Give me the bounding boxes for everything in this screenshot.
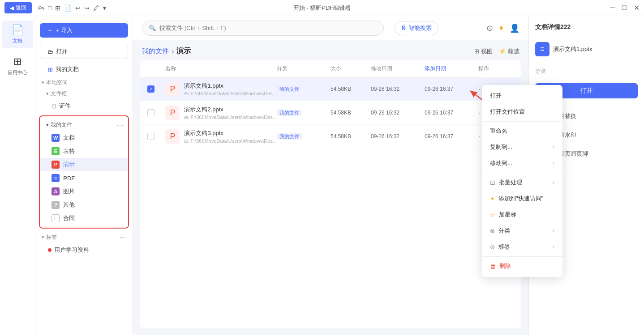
- row3-file-info: P 演示文稿3.pptx 🗁 F:\360MoveData\Users\Wind…: [165, 129, 277, 144]
- category-arrow-icon: ›: [553, 228, 554, 234]
- menu-star-label: 加星标: [499, 211, 516, 219]
- nav-my-files-image[interactable]: A 图片: [40, 185, 128, 198]
- table-row[interactable]: P 演示文稿2.pptx 🗁 F:\360MoveData\Users\Wind…: [140, 101, 521, 125]
- doc-type-icon: W: [52, 134, 60, 142]
- row1-checkbox[interactable]: ✓: [147, 85, 165, 93]
- menu-move-to[interactable]: 移动到... ›: [482, 155, 562, 171]
- panel-doc-icon: ≡: [540, 45, 544, 53]
- menu-open[interactable]: 打开: [482, 88, 562, 104]
- copy-arrow-icon: ›: [553, 144, 554, 150]
- menu-label[interactable]: ⊘ 标签 ›: [482, 239, 562, 255]
- context-menu: 打开 打开文件位置 重命名 复制到... › 移动到... › ⊡ 批量处理 ›…: [482, 85, 562, 277]
- pdf-type-icon: ≡: [52, 174, 60, 182]
- row1-tag: 我的文件: [277, 85, 331, 93]
- menu-category-label: 分类: [498, 227, 510, 235]
- menu-rename[interactable]: 重命名: [482, 123, 562, 139]
- menu-divider3: [482, 256, 562, 257]
- col-check-header: [147, 65, 165, 72]
- ai-search-label: 智能搜索: [408, 24, 432, 32]
- save-all-icon[interactable]: ⊞: [55, 4, 60, 12]
- menu-copy-to[interactable]: 复制到... ›: [482, 139, 562, 155]
- crown-icon[interactable]: ♦: [499, 23, 503, 33]
- import-button[interactable]: ＋ + 导入: [40, 23, 128, 38]
- row2-checkbox[interactable]: [147, 109, 165, 116]
- topbar: 🔍 Ñ 智能搜索 ⊙ ♦ 👤: [133, 16, 528, 40]
- nav-file-cabinet[interactable]: ▾ 文件柜: [35, 88, 133, 98]
- nav-my-files-contract[interactable]: □ 合同: [40, 212, 128, 225]
- minimize-button[interactable]: ─: [610, 4, 615, 12]
- menu-star[interactable]: ☆ 加星标: [482, 207, 562, 223]
- my-files-doc-label: 文档: [63, 134, 75, 142]
- view-button[interactable]: ⊞ 视图: [474, 47, 493, 55]
- avatar-icon[interactable]: 👤: [510, 23, 519, 33]
- category-icon: ⊛: [490, 228, 495, 234]
- breadcrumb-current: 演示: [176, 47, 191, 56]
- menu-quick-access[interactable]: ✦ 添加到"快速访问": [482, 191, 562, 207]
- maximize-button[interactable]: □: [622, 4, 627, 12]
- menu-delete[interactable]: 🗑 删除: [482, 258, 562, 274]
- table-row[interactable]: P 演示文稿3.pptx 🗁 F:\360MoveData\Users\Wind…: [140, 125, 521, 148]
- my-files-header[interactable]: ▾ 我的文件 ⋯: [40, 119, 128, 131]
- menu-quick-access-label: 添加到"快速访问": [498, 195, 543, 203]
- nav-my-files-ppt[interactable]: P 演示: [40, 158, 128, 171]
- settings-icon[interactable]: ⊙: [486, 23, 493, 33]
- nav-my-files-pdf[interactable]: ≡ PDF: [40, 171, 128, 185]
- menu-batch[interactable]: ⊡ 批量处理 ›: [482, 174, 562, 191]
- panel-section-label: 分类: [535, 68, 638, 75]
- redo-icon[interactable]: ↪: [84, 4, 90, 12]
- my-files-contract-label: 合同: [63, 214, 75, 222]
- row2-modified: 09-26 16:32: [371, 110, 425, 116]
- row2-file-info: P 演示文稿2.pptx 🗁 F:\360MoveData\Users\Wind…: [165, 106, 277, 120]
- table-header: 名称 分类 大小 修改日期 添加日期 操作: [140, 60, 521, 77]
- undo-icon[interactable]: ↩: [75, 4, 81, 12]
- table-row[interactable]: ✓ P 演示文稿1.pptx 🗁 F:\360MoveData\Users\Wi…: [140, 77, 521, 101]
- row3-added: 09-26 16:37: [425, 133, 478, 140]
- nav-my-files-sheet[interactable]: E 表格: [40, 144, 128, 158]
- back-icon: ◀: [10, 5, 14, 11]
- view-icon: ⊞: [474, 48, 479, 55]
- search-input[interactable]: [159, 25, 377, 31]
- back-button[interactable]: ◀ 返回: [4, 2, 32, 13]
- nav-my-files-doc[interactable]: W 文档: [40, 131, 128, 144]
- panel-file-name: 演示文稿1.pptx: [553, 45, 592, 53]
- save-icon[interactable]: □: [48, 4, 52, 12]
- new-icon[interactable]: 📄: [64, 4, 72, 12]
- folder-icon[interactable]: 🗁: [38, 4, 44, 12]
- nav-my-files-other[interactable]: ? 其他: [40, 198, 128, 212]
- menu-copy-label: 复制到...: [490, 143, 512, 151]
- row1-tag-badge: 我的文件: [277, 86, 302, 92]
- breadcrumb-parent[interactable]: 我的文件: [142, 47, 169, 55]
- sidebar-item-app[interactable]: ⊞ 应用中心: [2, 52, 33, 80]
- nav-local-space[interactable]: ▾ 本地空间: [35, 77, 133, 87]
- window-controls: ─ □ ✕: [610, 4, 640, 12]
- menu-open-location[interactable]: 打开文件位置: [482, 104, 562, 120]
- stamp-icon[interactable]: 🖊: [93, 4, 99, 12]
- open-folder-icon: 🗁: [47, 48, 53, 55]
- close-button[interactable]: ✕: [634, 4, 640, 12]
- my-docs-label: 我的文档: [56, 65, 79, 73]
- filter-button[interactable]: ⚡ 筛选: [499, 47, 519, 55]
- menu-category[interactable]: ⊛ 分类 ›: [482, 223, 562, 239]
- file-cabinet-label: 文件柜: [51, 90, 126, 98]
- tag-dot-icon: [48, 248, 52, 252]
- nav-my-docs[interactable]: ⊞ 我的文档: [35, 63, 133, 76]
- search-box[interactable]: 🔍: [142, 21, 384, 36]
- batch-arrow-icon: ›: [553, 179, 554, 186]
- ai-search-button[interactable]: Ñ 智能搜索: [395, 21, 438, 35]
- folder-small-icon: 🗁: [184, 91, 189, 96]
- content-area: 🔍 Ñ 智能搜索 ⊙ ♦ 👤 我的文件 › 演示 ⊞: [133, 16, 528, 335]
- sidebar-item-doc[interactable]: 📄 文档: [2, 21, 33, 48]
- row2-size: 54.58KB: [331, 110, 371, 116]
- nav-tags-section[interactable]: ▾ 标签 ⋯: [35, 231, 133, 242]
- row3-checkbox[interactable]: [147, 133, 165, 140]
- row2-added: 09-26 16:37: [425, 110, 478, 116]
- certificate-label: 证件: [59, 102, 71, 110]
- view-label: 视图: [481, 47, 493, 55]
- row3-name: 演示文稿3.pptx: [184, 129, 277, 137]
- nav-certificate[interactable]: ⊡ 证件: [35, 99, 133, 113]
- row1-modified: 09-26 16:32: [371, 86, 425, 92]
- nav-tag-learning[interactable]: 用户学习资料: [35, 243, 133, 257]
- folder-small-icon2: 🗁: [184, 114, 189, 120]
- open-button[interactable]: 🗁 打开: [40, 44, 128, 59]
- dropdown-icon[interactable]: ▾: [103, 4, 106, 12]
